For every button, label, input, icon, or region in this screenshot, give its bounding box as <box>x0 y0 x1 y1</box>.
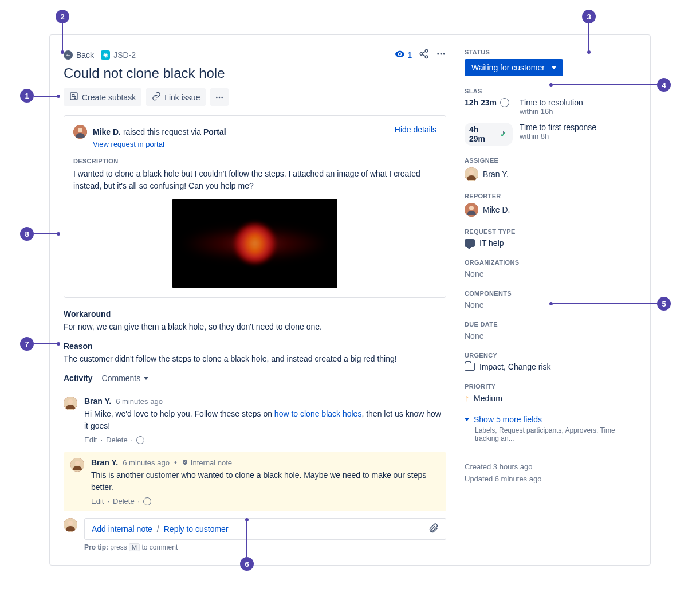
sla-time-value: 4h 29m <box>469 125 495 143</box>
attach-icon[interactable] <box>428 523 439 535</box>
link-icon <box>152 92 161 103</box>
attached-image[interactable] <box>172 199 337 288</box>
workaround-label: Workaround <box>64 309 446 319</box>
svg-point-21 <box>68 521 73 525</box>
delete-comment-link[interactable]: Delete <box>113 497 135 505</box>
issue-key-breadcrumb[interactable]: ◉ JSD-2 <box>101 50 136 60</box>
reply-row: Add internal note / Reply to customer Pr… <box>64 518 446 551</box>
create-subtask-button[interactable]: Create subtask <box>64 88 141 106</box>
svg-point-19 <box>75 461 80 465</box>
divider <box>465 452 636 452</box>
sla-time-value: 12h 23m <box>465 98 497 107</box>
callout-1: 1 <box>20 89 34 103</box>
svg-line-3 <box>422 54 425 56</box>
due-date-value[interactable]: None <box>465 331 636 340</box>
svg-point-7 <box>443 53 445 55</box>
svg-point-25 <box>469 206 474 210</box>
add-reaction-icon[interactable] <box>143 497 151 505</box>
svg-point-6 <box>441 53 442 55</box>
link-issue-button[interactable]: Link issue <box>146 88 206 106</box>
action-bar: Create subtask Link issue <box>64 88 446 106</box>
callout-3: 3 <box>582 10 596 23</box>
comment-text: Hi Mike, we'd love to help you. Follow t… <box>84 408 446 432</box>
watch-button[interactable]: 1 <box>395 49 412 61</box>
main-column: ← Back ◉ JSD-2 1 <box>64 49 446 551</box>
show-more-subtitle: Labels, Request participants, Approvers,… <box>475 426 636 442</box>
status-dropdown[interactable]: Waiting for customer <box>465 59 563 76</box>
reason-text: The customer didn't follow the steps to … <box>64 354 446 363</box>
more-actions-icon[interactable] <box>436 49 446 61</box>
sla-name: Time to first response <box>520 123 596 132</box>
priority-value[interactable]: ↑ Medium <box>465 393 636 403</box>
requester-avatar <box>73 125 87 139</box>
assignee-value[interactable]: Bran Y. <box>465 167 636 181</box>
eye-icon <box>395 49 405 61</box>
folder-icon <box>465 363 475 371</box>
urgency-label: URGENCY <box>465 352 636 359</box>
share-icon[interactable] <box>419 49 429 61</box>
comment-link[interactable]: how to clone black holes <box>274 409 362 418</box>
delete-comment-link[interactable]: Delete <box>106 436 128 444</box>
sla-name: Time to resolution <box>520 98 583 107</box>
comment-author: Bran Y. <box>91 458 118 467</box>
activity-filter-dropdown[interactable]: Comments <box>102 374 149 383</box>
callout-5: 5 <box>657 297 671 311</box>
svg-point-17 <box>68 399 73 404</box>
chevron-down-icon <box>144 377 148 380</box>
callout-4: 4 <box>657 78 671 92</box>
issue-key-text: JSD-2 <box>113 50 136 60</box>
back-label: Back <box>76 50 94 60</box>
callout-8: 8 <box>20 227 34 241</box>
request-card: Mike D. raised this request via Portal V… <box>64 115 446 298</box>
add-internal-note-link[interactable]: Add internal note <box>92 524 152 534</box>
callout-7: 7 <box>20 337 34 351</box>
issue-title[interactable]: Could not clone black hole <box>64 65 446 81</box>
back-button[interactable]: ← Back <box>64 50 94 60</box>
assignee-label: ASSIGNEE <box>465 157 636 164</box>
hide-details-link[interactable]: Hide details <box>395 125 436 134</box>
reporter-value[interactable]: Mike D. <box>465 203 636 217</box>
back-arrow-icon: ← <box>64 50 73 60</box>
components-label: COMPONENTS <box>465 290 636 297</box>
request-type-value[interactable]: IT help <box>465 238 636 248</box>
pro-tip: Pro tip: press M to comment <box>84 543 446 551</box>
comment-text: This is another customer who wanted to c… <box>91 469 439 493</box>
comment-avatar <box>70 458 84 472</box>
timestamps: Created 3 hours ago Updated 6 minutes ag… <box>465 461 636 485</box>
reporter-label: REPORTER <box>465 193 636 199</box>
priority-label: PRIORITY <box>465 383 636 390</box>
reply-to-customer-link[interactable]: Reply to customer <box>164 524 229 534</box>
edit-comment-link[interactable]: Edit <box>91 497 104 505</box>
priority-icon: ↑ <box>465 393 469 403</box>
reply-input[interactable]: Add internal note / Reply to customer <box>84 518 446 540</box>
comment-author: Bran Y. <box>84 397 111 406</box>
svg-rect-10 <box>74 97 76 99</box>
callout-2: 2 <box>56 10 69 23</box>
requester-text: Mike D. raised this request via Portal <box>93 127 226 136</box>
add-reaction-icon[interactable] <box>136 436 144 444</box>
activity-header: Activity Comments <box>64 374 446 383</box>
edit-comment-link[interactable]: Edit <box>84 436 97 444</box>
urgency-value[interactable]: Impact, Change risk <box>465 362 636 371</box>
clock-icon <box>500 98 509 107</box>
status-label: STATUS <box>465 49 636 56</box>
organizations-value[interactable]: None <box>465 269 636 279</box>
callout-6: 6 <box>240 557 254 571</box>
description-label: DESCRIPTION <box>73 158 436 164</box>
sla-within: within 8h <box>520 132 596 140</box>
comment-avatar <box>64 397 77 410</box>
comment-time: 6 minutes ago <box>123 458 170 467</box>
created-timestamp: Created 3 hours ago <box>465 461 636 473</box>
show-more-fields-link[interactable]: Show 5 more fields <box>465 415 636 424</box>
chevron-down-icon <box>552 66 556 69</box>
comment-internal: Bran Y. 6 minutes ago • Internal note Th… <box>64 452 446 511</box>
sidebar: STATUS Waiting for customer SLAs 12h 23m… <box>465 49 636 551</box>
reporter-avatar <box>465 203 478 217</box>
view-in-portal-link[interactable]: View request in portal <box>93 140 226 148</box>
sla-row: 12h 23m Time to resolution within 16h <box>465 98 636 116</box>
check-icon: ✓ <box>499 130 508 139</box>
svg-point-1 <box>420 53 423 56</box>
subtask-icon <box>69 92 78 103</box>
more-actions-button[interactable] <box>210 88 229 106</box>
svg-point-23 <box>469 170 474 175</box>
